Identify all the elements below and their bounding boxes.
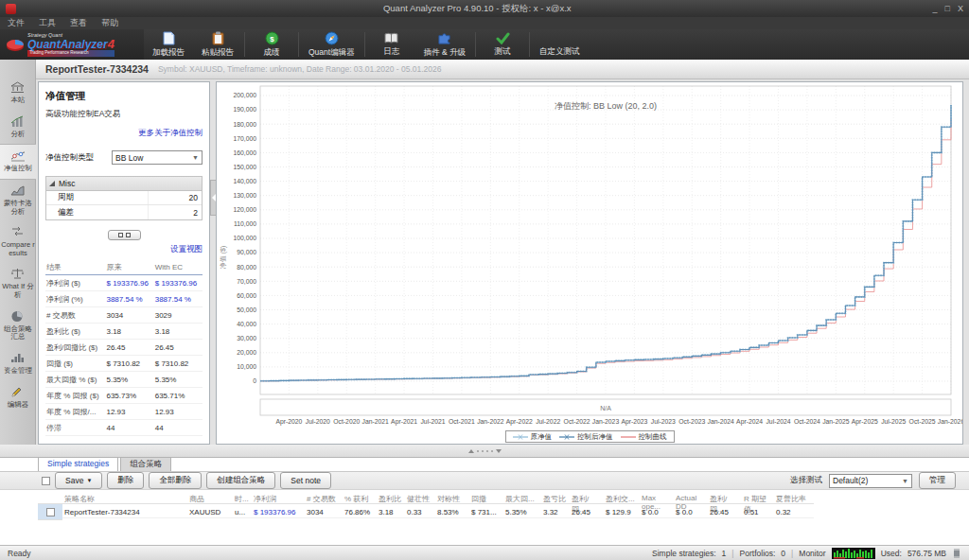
column-header[interactable]: 盈亏比	[541, 492, 570, 504]
results-row: 净利润 ($)$ 193376.96$ 193376.96	[45, 275, 203, 291]
sidebar-item-editor[interactable]: 编辑器	[0, 381, 36, 415]
results-cell: 44	[154, 420, 203, 436]
strategy-row[interactable]: ReportTester-7334234XAUUSDu...$ 193376.9…	[38, 504, 814, 520]
property-group-header[interactable]: Misc	[46, 177, 202, 191]
column-header[interactable]: 策略名称	[62, 492, 187, 504]
sidebar-item-what-if[interactable]: What If 分析	[0, 263, 36, 305]
sidebar-item-equity-control[interactable]: 净值控制	[0, 144, 36, 180]
panel-title: 净值管理	[45, 90, 203, 103]
manage-button[interactable]: 管理	[919, 472, 956, 489]
x-tick-label: Jul-2020	[306, 418, 330, 425]
custom-tests-icon	[553, 31, 567, 44]
x-tick-label: Oct-2023	[678, 418, 705, 425]
compass-icon	[325, 31, 339, 45]
column-header[interactable]: 盈利比	[377, 492, 405, 504]
row-cell: 5.35%	[503, 506, 541, 518]
tab-portfolios[interactable]: 组合策略	[120, 457, 171, 471]
column-header[interactable]: Actual DD	[674, 492, 708, 504]
column-header[interactable]: 最大回...	[503, 492, 541, 504]
load-report-button[interactable]: 加载报告	[144, 29, 193, 60]
column-header[interactable]: 时...	[233, 492, 252, 504]
column-header[interactable]: % 获利	[343, 492, 377, 504]
column-header[interactable]: 盈利交...	[604, 492, 640, 504]
menu-item-0[interactable]: 文件	[8, 17, 25, 29]
column-header[interactable]: 净利润	[252, 492, 305, 504]
row-cell: 0.33	[405, 506, 435, 518]
column-header[interactable]: 盈利/回...	[570, 492, 604, 504]
maximize-button[interactable]: □	[945, 4, 950, 13]
results-button[interactable]: $成绩	[247, 29, 296, 60]
sidebar-item-portfolio-report[interactable]: 组合策略汇总	[0, 306, 36, 347]
sidebar-item-overview[interactable]: 本站	[0, 77, 36, 111]
row-cell: $ 0.0	[640, 506, 674, 518]
column-header[interactable]: 回撤	[469, 492, 503, 504]
y-tick-label: 160,000	[233, 149, 256, 156]
results-cell: 3887.54 %	[105, 291, 153, 307]
column-header[interactable]: 夏普比率	[774, 492, 814, 504]
results-header-row: 结果原来With EC	[45, 260, 203, 275]
results-header: 原来	[105, 260, 153, 275]
sidebar-item-monte-carlo[interactable]: 蒙特卡洛分析	[0, 180, 36, 221]
tab-simple-strategies[interactable]: Simple strategies	[38, 457, 118, 471]
menu-item-1[interactable]: 工具	[39, 17, 56, 29]
plugins-upgrade-button[interactable]: 插件 & 升级	[416, 29, 473, 60]
splitter-up-icon[interactable]	[468, 449, 474, 453]
property-row[interactable]: 周期20	[46, 191, 202, 205]
column-header[interactable]: R 期望值	[742, 492, 774, 504]
column-header[interactable]: # 交易数	[305, 492, 343, 504]
log-button[interactable]: 日志	[367, 29, 416, 60]
horizontal-splitter[interactable]	[0, 445, 969, 457]
portfolios-count-label: Portfolios:	[740, 549, 776, 558]
results-header: 结果	[45, 260, 105, 275]
results-comparison-table: 结果原来With EC净利润 ($)$ 193376.96$ 193376.96…	[45, 260, 203, 436]
results-cell: 44	[105, 420, 153, 436]
column-header[interactable]: Max ope...	[640, 492, 674, 504]
more-about-equity-control-link[interactable]: 更多关于净值控制	[45, 128, 203, 139]
column-header[interactable]: 对称性	[435, 492, 469, 504]
settings-view-link[interactable]: 设置视图	[45, 244, 203, 255]
column-header[interactable]: 盈利/回...	[708, 492, 742, 504]
property-value[interactable]: 20	[149, 193, 202, 202]
plugins-upgrade-label: 插件 & 升级	[424, 47, 466, 59]
bank-icon	[10, 81, 26, 95]
load-report-label: 加载报告	[152, 47, 185, 59]
custom-tests-button[interactable]: 自定义测试	[532, 29, 588, 60]
property-row[interactable]: 偏差2	[46, 205, 202, 219]
sidebar-item-compare-results[interactable]: Compare results	[0, 221, 36, 263]
svg-text:$: $	[270, 34, 274, 43]
delete-button[interactable]: 删除	[107, 472, 144, 489]
calculate-button[interactable]	[108, 230, 141, 240]
legend-marker-icon	[513, 433, 528, 441]
sidebar-item-money-management[interactable]: 资金管理	[0, 347, 36, 381]
strategies-panel: Simple strategies组合策略 Save▼删除全部删除创建组合策略S…	[0, 457, 969, 545]
equity-control-type-select[interactable]: BB Low ▼	[112, 150, 203, 165]
paste-report-button[interactable]: 粘贴报告	[193, 29, 242, 60]
area-chart-icon	[10, 184, 26, 198]
save-button[interactable]: Save▼	[55, 472, 102, 489]
test-button[interactable]: 测试	[478, 29, 527, 60]
close-button[interactable]: X	[958, 4, 963, 13]
row-checkbox[interactable]	[46, 508, 55, 516]
menu-item-2[interactable]: 查看	[70, 17, 87, 29]
chevron-down-icon: ▼	[192, 154, 199, 161]
results-cell: 最大回撤 % ($)	[45, 372, 105, 388]
column-header[interactable]: 商品	[187, 492, 233, 504]
quant-editor-button[interactable]: Quant编辑器	[301, 29, 362, 60]
property-value[interactable]: 2	[149, 208, 202, 218]
test-select[interactable]: Default(2) ▼	[829, 474, 912, 488]
column-header[interactable]: 健壮性	[405, 492, 435, 504]
create-portfolio-button[interactable]: 创建组合策略	[206, 472, 275, 489]
select-all-checkbox[interactable]	[42, 477, 50, 485]
menu-item-3[interactable]: 帮助	[101, 17, 118, 29]
delete-all-button[interactable]: 全部删除	[149, 472, 202, 489]
set-note-button[interactable]: Set note	[280, 472, 331, 489]
x-tick-label: Apr-2020	[275, 418, 302, 426]
sidebar-item-analyze[interactable]: 分析	[0, 111, 36, 145]
y-tick-label: 130,000	[233, 192, 256, 199]
clipboard-icon	[211, 31, 225, 45]
header-spacer	[38, 492, 62, 504]
minimize-button[interactable]: _	[933, 4, 938, 13]
property-name: 周期	[46, 191, 149, 204]
x-tick-label: Apr-2022	[506, 418, 533, 426]
splitter-down-icon[interactable]	[496, 449, 502, 453]
